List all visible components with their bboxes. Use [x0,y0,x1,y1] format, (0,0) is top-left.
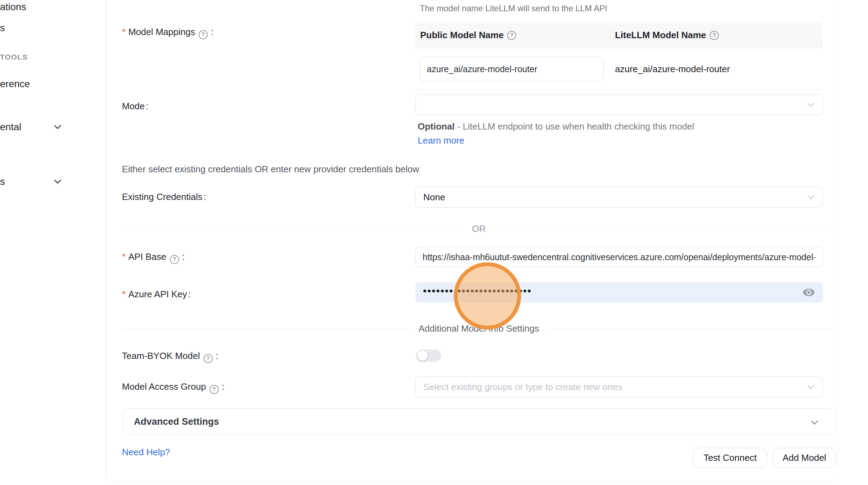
litellm-model-name-value: azure_ai/azure-model-router [615,48,730,90]
chevron-down-icon [807,382,814,389]
existing-credentials-label: Existing Credentials: [122,192,206,202]
sidebar: ations s TOOLS erence ental s [0,0,106,485]
mode-select[interactable] [415,94,823,115]
learn-more-link[interactable]: Learn more [418,135,464,146]
eye-icon[interactable] [802,286,815,298]
table-header: Public Model Name? LiteLLM Model Name? [415,22,823,48]
chevron-down-icon [807,100,814,107]
mode-label: Mode: [122,101,148,112]
table-row: azure_ai/azure-model-router [415,48,823,90]
required-asterisk: * [122,289,125,299]
required-asterisk: * [122,251,125,262]
column-header-litellm-model-name: LiteLLM Model Name? [615,22,719,48]
help-icon[interactable]: ? [199,30,208,39]
chevron-down-icon [807,192,814,199]
help-icon[interactable]: ? [507,31,516,40]
column-divider [610,28,610,42]
or-divider: OR [122,224,836,233]
advanced-settings-panel[interactable]: Advanced Settings [123,408,836,435]
toggle-knob [417,351,428,361]
model-access-group-select[interactable]: Select existing groups or type to create… [415,376,823,397]
chevron-down-icon [811,417,818,425]
help-icon[interactable]: ? [204,354,213,363]
existing-credentials-select[interactable]: None [415,187,823,208]
model-access-group-label: Model Access Group?: [122,381,224,394]
team-byok-label: Team-BYOK Model?: [122,351,218,363]
test-connect-button[interactable]: Test Connect [693,448,767,468]
sidebar-item-settings[interactable]: s [0,176,5,187]
api-base-label: *API Base?: [122,251,185,264]
chevron-down-icon[interactable] [54,122,61,129]
add-model-button[interactable]: Add Model [773,448,836,468]
public-model-name-input[interactable] [419,57,604,81]
sidebar-item-experimental[interactable]: ental [0,122,21,133]
column-header-public-model-name: Public Model Name? [420,22,516,48]
credentials-note: Either select existing credentials OR en… [122,164,419,175]
help-icon[interactable]: ? [170,255,179,264]
required-asterisk: * [122,27,125,37]
mode-helper-text: Optional - LiteLLM endpoint to use when … [418,119,719,147]
sidebar-section-tools: TOOLS [0,53,28,61]
team-byok-toggle[interactable] [416,349,441,362]
model-mappings-label: *Model Mappings?: [122,27,213,39]
model-name-helper-text: The model name LiteLLM will send to the … [420,4,607,13]
need-help-link[interactable]: Need Help? [122,447,170,458]
sidebar-item-organizations[interactable]: ations [0,1,26,13]
sidebar-item-1[interactable]: s [0,22,5,34]
help-icon[interactable]: ? [710,31,719,40]
chevron-down-icon[interactable] [54,176,61,184]
azure-api-key-label: *Azure API Key: [122,289,191,300]
click-highlight-circle [454,262,521,330]
help-icon[interactable]: ? [210,385,219,394]
advanced-settings-title: Advanced Settings [134,416,219,427]
sidebar-item-inference[interactable]: erence [0,78,30,90]
